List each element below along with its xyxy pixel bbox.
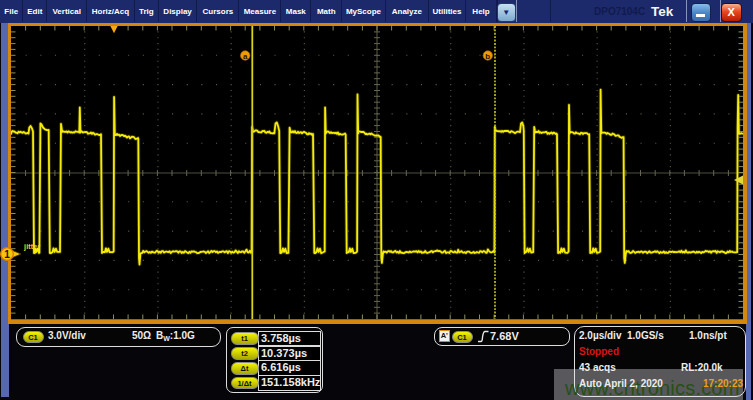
svg-text:1: 1 [4, 249, 10, 260]
svg-text:b: b [485, 52, 490, 61]
svg-text:a: a [243, 52, 248, 61]
